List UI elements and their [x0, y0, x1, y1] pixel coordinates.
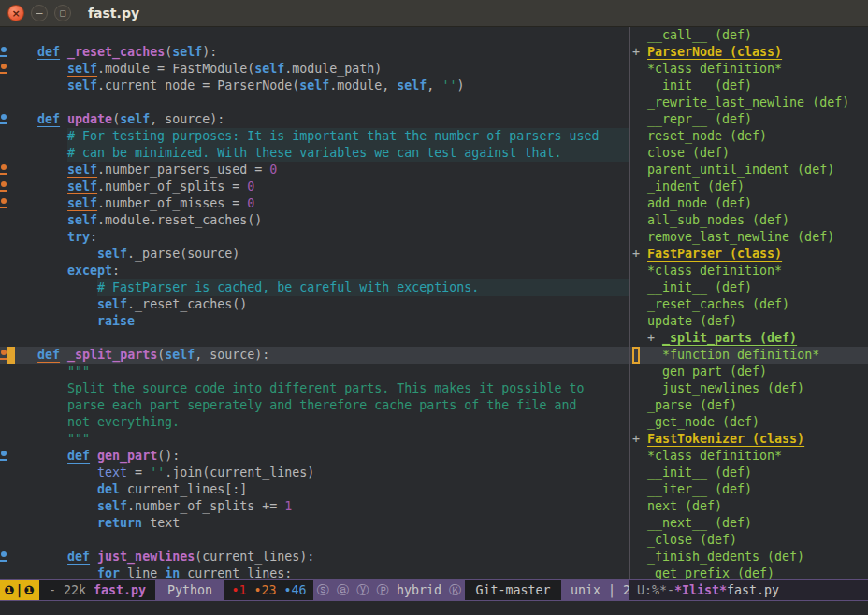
outline-item[interactable]: parent_until_indent (def) — [630, 162, 868, 179]
outline-item[interactable]: just_newlines (def) — [630, 380, 868, 397]
code-line[interactable]: return text — [0, 515, 629, 532]
code-line[interactable]: self.current_node = ParserNode(self.modu… — [0, 78, 629, 94]
code-line[interactable]: for line in current_lines: — [0, 565, 629, 579]
fringe — [0, 246, 7, 263]
outline-item[interactable]: __init__ (def) — [630, 78, 868, 94]
code-token: self — [67, 212, 97, 229]
outline-token: parent_until_indent (def) — [632, 162, 834, 179]
code-token: (current_lines): — [195, 549, 314, 565]
buffer-info-segment[interactable]: - 22k fast.py — [39, 580, 155, 600]
outline-item[interactable]: *class definition* — [630, 448, 868, 465]
code-line[interactable]: self.module = FastModule(self.module_pat… — [0, 61, 629, 78]
outline-item[interactable]: _finish_dedents (def) — [630, 549, 868, 565]
outline-item[interactable]: __repr__ (def) — [630, 111, 868, 128]
outline-token: *class definition* — [632, 448, 782, 465]
code-line[interactable]: try: — [0, 229, 629, 246]
outline-item[interactable]: _close (def) — [630, 532, 868, 549]
code-line[interactable]: self.number_parsers_used = 0 — [0, 162, 629, 179]
code-line[interactable]: self.number_of_misses = 0 — [0, 195, 629, 212]
code-token: .current_node = ParserNode( — [97, 78, 299, 94]
code-line[interactable] — [0, 94, 629, 111]
code-line[interactable] — [0, 330, 629, 347]
outline-item[interactable]: next (def) — [630, 498, 868, 515]
code-line[interactable]: def gen_part(): — [0, 448, 629, 465]
code-line[interactable]: self._parse(source) — [0, 246, 629, 263]
modeline-text: U:%*- — [637, 583, 674, 597]
close-button[interactable]: × — [7, 5, 24, 21]
code-line[interactable]: """ — [0, 431, 629, 448]
outline-item[interactable]: close (def) — [630, 145, 868, 162]
code-token: self — [172, 44, 202, 61]
outline-item[interactable]: __init__ (def) — [630, 279, 868, 296]
git-branch-segment[interactable]: Git-master — [465, 580, 561, 600]
fringe — [0, 279, 7, 296]
code-line[interactable]: self._reset_caches() — [0, 296, 629, 313]
outline-item[interactable]: _indent (def) — [630, 179, 868, 195]
code-line[interactable] — [0, 532, 629, 549]
outline-item[interactable]: add_node (def) — [630, 195, 868, 212]
code-line[interactable]: # For testing purposes: It is important … — [0, 128, 629, 145]
code-line[interactable]: """ — [0, 364, 629, 380]
maximize-button[interactable]: ◻ — [54, 5, 71, 21]
outline-item[interactable]: _get_prefix (def) — [630, 565, 868, 579]
outline-item[interactable]: *class definition* — [630, 61, 868, 78]
window-controls: × − ◻ — [7, 5, 71, 21]
outline-item[interactable]: __init__ (def) — [630, 465, 868, 481]
outline-item[interactable]: __call__ (def) — [630, 27, 868, 44]
outline-item[interactable]: + ParserNode (class) — [630, 44, 868, 61]
outline-item[interactable]: + FastTokenizer (class) — [630, 431, 868, 448]
code-line[interactable]: self.module.reset_caches() — [0, 212, 629, 229]
imenu-list-modeline[interactable]: U:%*- *Ilist* fast.py — [629, 580, 868, 600]
code-token: .module_path) — [284, 61, 382, 78]
outline-item[interactable]: *function definition* — [630, 347, 868, 364]
flycheck-segment[interactable]: •1 •23 •46 — [224, 580, 313, 600]
code-line[interactable]: del current_lines[:] — [0, 481, 629, 498]
outline-item[interactable]: _parse (def) — [630, 397, 868, 414]
outline-item[interactable]: _get_node (def) — [630, 414, 868, 431]
outline-item[interactable]: update (def) — [630, 313, 868, 330]
code-line[interactable]: self.number_of_splits += 1 — [0, 498, 629, 515]
outline-item[interactable]: remove_last_newline (def) — [630, 229, 868, 246]
code-line[interactable]: self.number_of_splits = 0 — [0, 179, 629, 195]
outline-item[interactable]: + FastParser (class) — [630, 246, 868, 263]
code-buffer[interactable]: def _reset_caches(self): self.module = F… — [0, 27, 629, 579]
code-line[interactable]: Split the source code into different par… — [0, 380, 629, 397]
code-line[interactable]: # FastParser is cached, be careful with … — [0, 279, 629, 296]
code-line[interactable]: text = ''.join(current_lines) — [0, 465, 629, 481]
code-token: self — [165, 347, 195, 364]
code-line[interactable]: def just_newlines(current_lines): — [0, 549, 629, 565]
encoding-segment[interactable]: unix | 2 — [561, 580, 629, 600]
outline-token: add_node (def) — [632, 195, 752, 212]
outline-item[interactable]: gen_part (def) — [630, 364, 868, 380]
outline-token: __init__ (def) — [632, 279, 752, 296]
outline-item[interactable]: __next__ (def) — [630, 515, 868, 532]
code-line[interactable]: # can be minimized. With these variables… — [0, 145, 629, 162]
code-token — [7, 111, 37, 128]
imenu-list-pane[interactable]: __call__ (def)+ ParserNode (class) *clas… — [630, 27, 868, 579]
outline-item[interactable]: *class definition* — [630, 263, 868, 279]
code-line[interactable]: except: — [0, 263, 629, 279]
flycheck-orange-indicator-icon — [0, 61, 7, 78]
outline-item[interactable]: _reset_caches (def) — [630, 296, 868, 313]
minor-modes-segment[interactable]: ⓢ ⓐ ⓨ Ⓟ hybrid Ⓚ — [313, 580, 465, 600]
major-mode-segment[interactable]: Python — [155, 580, 224, 600]
minimize-button[interactable]: − — [31, 5, 48, 21]
outline-item[interactable]: all_sub_nodes (def) — [630, 212, 868, 229]
outline-item[interactable]: _rewrite_last_newline (def) — [630, 94, 868, 111]
code-token — [7, 364, 67, 380]
fringe — [0, 78, 7, 94]
outline-item[interactable]: + _split_parts (def) — [630, 330, 868, 347]
code-line[interactable]: raise — [0, 313, 629, 330]
minibuffer-echo-area[interactable] — [0, 601, 868, 615]
code-line[interactable]: parse each part seperately and therefore… — [0, 397, 629, 414]
code-token: def — [67, 549, 90, 565]
code-line[interactable]: not everything. — [0, 414, 629, 431]
code-line[interactable]: def _reset_caches(self): — [0, 44, 629, 61]
code-line[interactable]: def update(self, source): — [0, 111, 629, 128]
code-token: line — [120, 565, 165, 579]
code-line[interactable]: def _split_parts(self, source): — [0, 347, 629, 364]
code-line[interactable] — [0, 27, 629, 44]
outline-item[interactable]: __iter__ (def) — [630, 481, 868, 498]
outline-item[interactable]: reset_node (def) — [630, 128, 868, 145]
window-number-segment[interactable]: ❶|❶ — [0, 580, 39, 600]
